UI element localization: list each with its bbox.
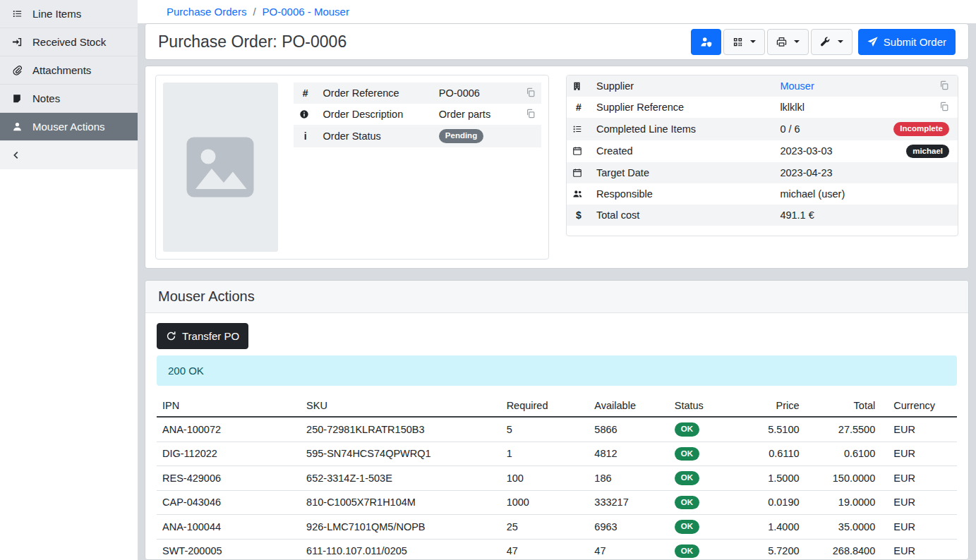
cell-available: 5866 <box>589 417 668 442</box>
supplier-details-table: Supplier Mouser # Supplier Reference <box>567 75 958 226</box>
part-image-placeholder[interactable] <box>163 83 278 252</box>
order-summary-card: # Order Reference PO-0006 <box>155 75 549 260</box>
detail-value: 0 / 6 <box>774 118 870 140</box>
user-shield-icon <box>700 36 712 48</box>
order-actions-button[interactable] <box>811 29 853 55</box>
submit-order-button[interactable]: Submit Order <box>858 29 956 55</box>
calendar-icon <box>572 146 585 156</box>
sidebar-item-notes[interactable]: Notes <box>0 85 138 113</box>
building-icon <box>572 81 585 91</box>
detail-label: Created <box>591 140 774 163</box>
table-row: ANA-100072 250-72981KLRATR150B3 5 5866 O… <box>157 417 957 442</box>
detail-value: PO-0006 <box>433 83 513 104</box>
hash-icon: # <box>576 102 582 113</box>
transfer-po-label: Transfer PO <box>182 330 239 342</box>
users-icon <box>572 189 585 199</box>
print-actions-button[interactable] <box>767 29 809 55</box>
copy-icon[interactable] <box>526 109 536 118</box>
calendar-icon <box>572 168 585 178</box>
detail-row-total-cost: $ Total cost 491.1 € <box>567 205 958 226</box>
cell-required: 25 <box>501 515 589 540</box>
image-icon <box>178 125 263 209</box>
cell-sku: 810-C1005X7R1H104M <box>301 490 501 515</box>
tools-icon <box>820 37 831 47</box>
detail-label: Target Date <box>591 162 774 183</box>
cell-currency: EUR <box>881 539 957 560</box>
detail-label: Order Description <box>318 104 433 125</box>
detail-label: Order Status <box>318 125 433 147</box>
admin-button[interactable] <box>691 29 721 55</box>
detail-label: Completed Line Items <box>591 118 774 140</box>
detail-row-responsible: Responsible michael (user) <box>567 183 958 205</box>
sidebar-collapse-button[interactable] <box>0 141 138 169</box>
sidebar-item-label: Mouser Actions <box>32 121 105 133</box>
sidebar-item-label: Notes <box>32 92 60 104</box>
sidebar-item-line-items[interactable]: Line Items <box>0 0 138 28</box>
sidebar-item-mouser-actions[interactable]: Mouser Actions <box>0 113 138 141</box>
cell-total: 268.8400 <box>805 539 881 560</box>
printer-icon <box>776 37 787 47</box>
cell-sku: 250-72981KLRATR150B3 <box>301 417 501 442</box>
breadcrumb-link-po-0006[interactable]: PO-0006 - Mouser <box>263 6 349 18</box>
breadcrumb-separator: / <box>253 6 255 18</box>
barcode-actions-button[interactable] <box>723 29 765 55</box>
user-icon <box>11 121 23 132</box>
sidebar-item-label: Line Items <box>32 8 81 20</box>
cell-required: 47 <box>501 539 589 560</box>
col-header-sku: SKU <box>301 395 501 417</box>
sidebar-item-label: Attachments <box>32 64 91 76</box>
detail-label: Supplier Reference <box>591 97 774 118</box>
cell-available: 333217 <box>589 490 668 515</box>
detail-row-supplier: Supplier Mouser <box>567 75 958 97</box>
cell-available: 6963 <box>589 515 668 540</box>
copy-icon[interactable] <box>526 87 536 97</box>
cell-ipn: SWT-200005 <box>157 539 301 560</box>
page-header-panel: Purchase Order: PO-0006 <box>145 23 969 60</box>
order-details-panel: # Order Reference PO-0006 <box>145 66 969 269</box>
sidebar-item-attachments[interactable]: Attachments <box>0 56 138 85</box>
cell-ipn: ANA-100044 <box>157 515 301 540</box>
cell-sku: 595-SN74HCS74QPWRQ1 <box>301 442 501 466</box>
refresh-icon <box>166 331 176 341</box>
cell-currency: EUR <box>881 490 957 515</box>
status-badge: OK <box>675 496 699 510</box>
cell-currency: EUR <box>881 417 957 442</box>
sidebar-item-received-stock[interactable]: Received Stock <box>0 28 138 56</box>
sidebar-item-label: Received Stock <box>32 36 106 48</box>
col-header-available: Available <box>589 395 668 417</box>
parts-table: IPN SKU Required Available Status Price … <box>157 395 957 560</box>
sign-in-icon <box>11 37 23 47</box>
cell-ipn: CAP-043046 <box>157 490 301 515</box>
cell-available: 47 <box>589 539 668 560</box>
incomplete-badge: Incomplete <box>893 122 949 136</box>
supplier-details-box: Supplier Mouser # Supplier Reference <box>566 75 958 236</box>
status-badge: OK <box>675 471 699 485</box>
copy-icon[interactable] <box>939 80 949 90</box>
breadcrumb-link-purchase-orders[interactable]: Purchase Orders <box>167 6 246 18</box>
cell-sku: 652-3314Z-1-503E <box>301 466 501 491</box>
detail-row-order-reference: # Order Reference PO-0006 <box>294 83 541 104</box>
panel-body: Transfer PO 200 OK IPN SKU Required Avai… <box>145 313 968 560</box>
detail-row-supplier-reference: # Supplier Reference lklklkl <box>567 97 958 118</box>
mouser-actions-panel: Mouser Actions Transfer PO 200 OK <box>145 280 969 560</box>
qr-code-icon <box>733 37 743 47</box>
col-header-currency: Currency <box>881 395 957 417</box>
user-badge: michael <box>906 145 949 159</box>
transfer-po-button[interactable]: Transfer PO <box>157 323 248 349</box>
copy-icon[interactable] <box>939 102 949 111</box>
cell-price: 0.6110 <box>741 442 805 466</box>
cell-total: 150.0000 <box>805 466 881 491</box>
col-header-price: Price <box>741 395 805 417</box>
detail-value: 2023-03-03 <box>774 140 870 163</box>
cell-ipn: RES-429006 <box>157 466 301 491</box>
parts-table-header-row: IPN SKU Required Available Status Price … <box>157 395 957 417</box>
cell-ipn: DIG-112022 <box>157 442 301 466</box>
order-info-table: # Order Reference PO-0006 <box>294 83 541 147</box>
cell-total: 35.0000 <box>805 515 881 540</box>
supplier-link[interactable]: Mouser <box>780 80 814 92</box>
detail-label: Order Reference <box>318 83 433 104</box>
detail-label: Supplier <box>591 75 774 97</box>
hash-icon: # <box>303 87 308 99</box>
cell-currency: EUR <box>881 466 957 491</box>
status-badge: OK <box>675 520 699 534</box>
